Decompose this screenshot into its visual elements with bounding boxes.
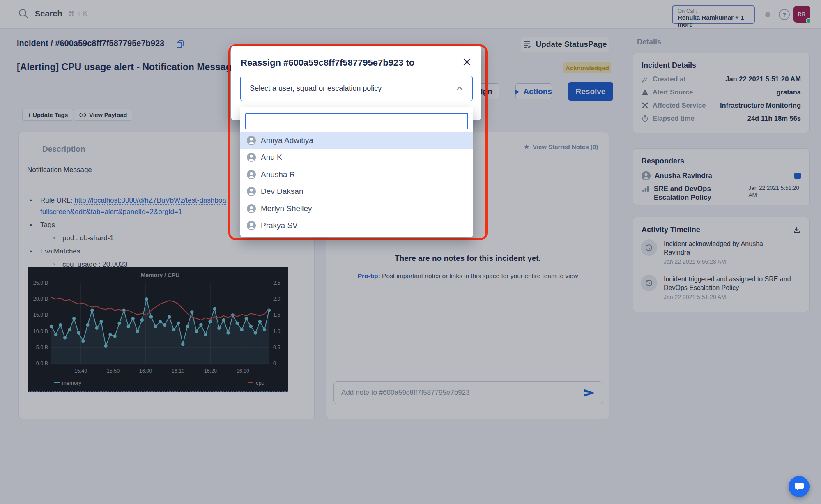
chevron-up-icon: [456, 86, 463, 91]
assignee-option[interactable]: Anusha R: [240, 166, 473, 183]
assignee-option[interactable]: Merlyn Shelley: [240, 200, 473, 217]
assignee-select-placeholder: Select a user, squad or escalation polic…: [250, 84, 456, 93]
assignee-select[interactable]: Select a user, squad or escalation polic…: [240, 76, 473, 101]
assignee-option[interactable]: Amiya Adwitiya: [240, 132, 473, 149]
assignee-option-label: Amiya Adwitiya: [261, 136, 313, 145]
close-icon[interactable]: [462, 57, 472, 67]
user-icon: [247, 170, 256, 179]
assignee-option-label: Prakya SV: [261, 221, 298, 230]
assignee-option[interactable]: Prakya SV: [240, 217, 473, 235]
assignee-option[interactable]: Anu K: [240, 149, 473, 166]
chat-widget-button[interactable]: [789, 476, 810, 497]
assignee-list: Amiya Adwitiya Anu K Anusha R Dev Daksan…: [240, 132, 473, 234]
user-icon: [247, 204, 256, 213]
modal-title: Reassign #600a59c8ff7f587795e7b923 to: [241, 58, 414, 68]
assignee-option-label: Anu K: [261, 153, 282, 162]
user-icon: [247, 221, 256, 230]
user-icon: [247, 136, 256, 145]
user-icon: [247, 187, 256, 196]
assignee-option-label: Dev Daksan: [261, 187, 304, 196]
assignee-dropdown: Amiya Adwitiya Anu K Anusha R Dev Daksan…: [240, 107, 473, 237]
assignee-option[interactable]: Dev Daksan: [240, 183, 473, 200]
assignee-option-label: Anusha R: [261, 170, 295, 179]
chat-bubble-icon: [794, 482, 804, 492]
user-icon: [247, 153, 256, 162]
assignee-option-label: Merlyn Shelley: [261, 204, 312, 213]
assignee-search-input[interactable]: [245, 113, 468, 129]
